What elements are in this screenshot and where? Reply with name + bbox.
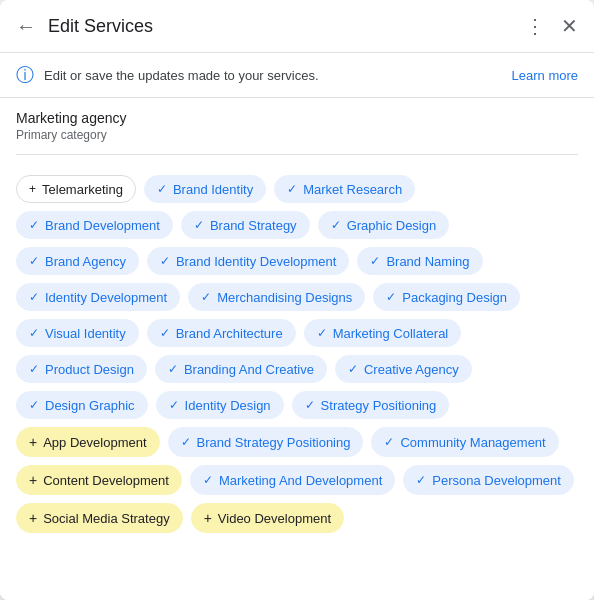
check-icon: ✓ <box>384 435 394 449</box>
tag-app-development[interactable]: +App Development <box>16 427 160 457</box>
learn-more-link[interactable]: Learn more <box>512 68 578 83</box>
header: ← Edit Services ⋮ ✕ <box>0 0 594 53</box>
close-icon[interactable]: ✕ <box>561 14 578 38</box>
tag-creative-agency[interactable]: ✓Creative Agency <box>335 355 472 383</box>
tag-label: Packaging Design <box>402 291 507 304</box>
check-icon: ✓ <box>201 290 211 304</box>
check-icon: ✓ <box>29 398 39 412</box>
tag-telemarketing[interactable]: +Telemarketing <box>16 175 136 203</box>
info-bar: ⓘ Edit or save the updates made to your … <box>0 53 594 98</box>
check-icon: ✓ <box>386 290 396 304</box>
tag-label: Social Media Strategy <box>43 512 169 525</box>
tag-merchandising-designs[interactable]: ✓Merchandising Designs <box>188 283 365 311</box>
tag-brand-strategy-positioning[interactable]: ✓Brand Strategy Positioning <box>168 427 364 457</box>
check-icon: ✓ <box>305 398 315 412</box>
tag-label: Brand Identity Development <box>176 255 336 268</box>
check-icon: ✓ <box>348 362 358 376</box>
tag-identity-design[interactable]: ✓Identity Design <box>156 391 284 419</box>
tag-label: Telemarketing <box>42 183 123 196</box>
tag-market-research[interactable]: ✓Market Research <box>274 175 415 203</box>
page-title: Edit Services <box>48 16 525 37</box>
tag-brand-strategy[interactable]: ✓Brand Strategy <box>181 211 310 239</box>
check-icon: ✓ <box>370 254 380 268</box>
tag-community-management[interactable]: ✓Community Management <box>371 427 558 457</box>
tag-marketing-collateral[interactable]: ✓Marketing Collateral <box>304 319 462 347</box>
check-icon: ✓ <box>416 473 426 487</box>
tag-design-graphic[interactable]: ✓Design Graphic <box>16 391 148 419</box>
tag-brand-identity-development[interactable]: ✓Brand Identity Development <box>147 247 349 275</box>
tag-social-media-strategy[interactable]: +Social Media Strategy <box>16 503 183 533</box>
tag-product-design[interactable]: ✓Product Design <box>16 355 147 383</box>
plus-icon: + <box>29 472 37 488</box>
tag-identity-development[interactable]: ✓Identity Development <box>16 283 180 311</box>
tag-label: Market Research <box>303 183 402 196</box>
tag-content-development[interactable]: +Content Development <box>16 465 182 495</box>
tag-label: Brand Identity <box>173 183 253 196</box>
tag-label: Community Management <box>400 436 545 449</box>
check-icon: ✓ <box>331 218 341 232</box>
check-icon: ✓ <box>169 398 179 412</box>
tag-brand-architecture[interactable]: ✓Brand Architecture <box>147 319 296 347</box>
divider <box>16 154 578 155</box>
tag-branding-and-creative[interactable]: ✓Branding And Creative <box>155 355 327 383</box>
check-icon: ✓ <box>194 218 204 232</box>
menu-icon[interactable]: ⋮ <box>525 14 545 38</box>
tag-label: Brand Development <box>45 219 160 232</box>
check-icon: ✓ <box>287 182 297 196</box>
check-icon: ✓ <box>181 435 191 449</box>
tag-visual-identity[interactable]: ✓Visual Identity <box>16 319 139 347</box>
tag-label: Branding And Creative <box>184 363 314 376</box>
check-icon: ✓ <box>29 254 39 268</box>
tag-label: Video Development <box>218 512 331 525</box>
tag-label: Graphic Design <box>347 219 437 232</box>
tag-brand-identity[interactable]: ✓Brand Identity <box>144 175 266 203</box>
tag-marketing-and-development[interactable]: ✓Marketing And Development <box>190 465 395 495</box>
check-icon: ✓ <box>168 362 178 376</box>
tag-packaging-design[interactable]: ✓Packaging Design <box>373 283 520 311</box>
tags-content: +Telemarketing✓Brand Identity✓Market Res… <box>0 163 594 600</box>
header-icons: ⋮ ✕ <box>525 14 578 38</box>
category-header: Marketing agency Primary category <box>0 98 594 146</box>
tag-label: Creative Agency <box>364 363 459 376</box>
tag-strategy-positioning[interactable]: ✓Strategy Positioning <box>292 391 450 419</box>
tag-video-development[interactable]: +Video Development <box>191 503 344 533</box>
check-icon: ✓ <box>29 290 39 304</box>
plus-icon: + <box>204 510 212 526</box>
tags-container: +Telemarketing✓Brand Identity✓Market Res… <box>16 171 578 533</box>
category-title: Marketing agency <box>16 110 578 126</box>
check-icon: ✓ <box>203 473 213 487</box>
tag-label: Brand Strategy Positioning <box>197 436 351 449</box>
tag-label: Marketing Collateral <box>333 327 449 340</box>
tag-label: Visual Identity <box>45 327 126 340</box>
plus-icon: + <box>29 434 37 450</box>
check-icon: ✓ <box>317 326 327 340</box>
tag-label: Brand Strategy <box>210 219 297 232</box>
back-button[interactable]: ← <box>16 16 36 36</box>
tag-label: Identity Design <box>185 399 271 412</box>
check-icon: ✓ <box>160 326 170 340</box>
check-icon: ✓ <box>29 326 39 340</box>
info-text: Edit or save the updates made to your se… <box>44 68 512 83</box>
tag-brand-naming[interactable]: ✓Brand Naming <box>357 247 482 275</box>
tag-label: Brand Agency <box>45 255 126 268</box>
tag-label: Brand Architecture <box>176 327 283 340</box>
tag-label: Identity Development <box>45 291 167 304</box>
tag-persona-development[interactable]: ✓Persona Development <box>403 465 574 495</box>
tag-label: App Development <box>43 436 146 449</box>
tag-brand-agency[interactable]: ✓Brand Agency <box>16 247 139 275</box>
check-icon: ✓ <box>29 362 39 376</box>
tag-brand-development[interactable]: ✓Brand Development <box>16 211 173 239</box>
check-icon: ✓ <box>157 182 167 196</box>
tag-graphic-design[interactable]: ✓Graphic Design <box>318 211 450 239</box>
tag-label: Marketing And Development <box>219 474 382 487</box>
tag-label: Content Development <box>43 474 169 487</box>
plus-unselected-icon: + <box>29 182 36 196</box>
tag-label: Product Design <box>45 363 134 376</box>
edit-services-window: ← Edit Services ⋮ ✕ ⓘ Edit or save the u… <box>0 0 594 600</box>
info-icon: ⓘ <box>16 63 34 87</box>
tag-label: Strategy Positioning <box>321 399 437 412</box>
check-icon: ✓ <box>160 254 170 268</box>
plus-icon: + <box>29 510 37 526</box>
tag-label: Persona Development <box>432 474 561 487</box>
category-subtitle: Primary category <box>16 128 578 142</box>
